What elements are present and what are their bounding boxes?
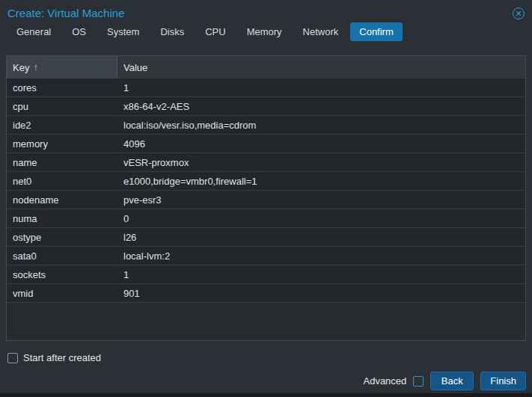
advanced-checkbox[interactable] (413, 376, 424, 387)
row-key: name (7, 153, 117, 171)
finish-button[interactable]: Finish (480, 372, 526, 390)
row-value: 4096 (117, 135, 525, 153)
row-value: pve-esr3 (117, 191, 525, 209)
table-row[interactable]: net0e1000,bridge=vmbr0,firewall=1 (7, 172, 525, 191)
table-row[interactable]: numa0 (7, 209, 525, 228)
table-row[interactable]: namevESR-proxmox (7, 153, 525, 172)
row-key: sockets (7, 265, 117, 283)
tab-memory[interactable]: Memory (238, 22, 291, 41)
close-icon[interactable]: ✕ (513, 7, 525, 19)
row-value: local-lvm:2 (117, 247, 525, 265)
table-row[interactable]: sockets1 (7, 265, 525, 284)
row-value: e1000,bridge=vmbr0,firewall=1 (117, 172, 525, 190)
row-key: numa (7, 209, 117, 227)
table-row[interactable]: ostypel26 (7, 228, 525, 247)
table-row[interactable]: vmid901 (7, 284, 525, 303)
row-key: cpu (7, 97, 117, 115)
tab-network[interactable]: Network (294, 22, 348, 41)
dialog-bottom-edge (0, 393, 532, 397)
row-value: vESR-proxmox (117, 153, 525, 171)
column-header-key[interactable]: Key ↑ (7, 56, 117, 79)
start-after-created-row: Start after created (0, 341, 532, 366)
table-row[interactable]: cores1 (7, 79, 525, 97)
tab-disks[interactable]: Disks (151, 22, 193, 41)
row-key: cores (7, 79, 117, 96)
table-row[interactable]: memory4096 (7, 135, 525, 153)
row-value: 901 (117, 284, 525, 302)
table-row[interactable]: cpux86-64-v2-AES (7, 97, 525, 116)
row-key: ide2 (7, 116, 117, 134)
dialog-title: Create: Virtual Machine (7, 7, 124, 19)
back-button[interactable]: Back (430, 372, 474, 390)
table-row[interactable]: sata0local-lvm:2 (7, 247, 525, 265)
advanced-label: Advanced (363, 375, 406, 387)
row-value: 1 (117, 265, 525, 283)
row-value: x86-64-v2-AES (117, 97, 525, 115)
row-value: 1 (117, 79, 525, 96)
start-after-created-checkbox[interactable] (7, 353, 18, 363)
tab-general[interactable]: General (7, 22, 60, 41)
tab-confirm[interactable]: Confirm (350, 22, 403, 41)
row-key: ostype (7, 228, 117, 246)
row-value: l26 (117, 228, 525, 246)
sort-ascending-icon: ↑ (33, 62, 37, 73)
table-row[interactable]: nodenamepve-esr3 (7, 191, 525, 209)
row-value: local:iso/vesr.iso,media=cdrom (117, 116, 525, 134)
tab-system[interactable]: System (98, 22, 148, 41)
tab-os[interactable]: OS (63, 22, 95, 41)
start-after-created-label: Start after created (23, 352, 101, 363)
row-key: memory (7, 135, 117, 153)
row-key: sata0 (7, 247, 117, 265)
tab-bar: GeneralOSSystemDisksCPUMemoryNetworkConf… (0, 23, 532, 45)
column-header-value[interactable]: Value (117, 56, 525, 79)
row-value: 0 (117, 209, 525, 227)
grid-header: Key ↑ Value (7, 56, 525, 79)
row-key: nodename (7, 191, 117, 209)
dialog-footer: Advanced Back Finish (0, 369, 532, 393)
row-key: net0 (7, 172, 117, 190)
table-body: cores1cpux86-64-v2-AESide2local:iso/vesr… (7, 79, 525, 303)
tab-cpu[interactable]: CPU (196, 22, 234, 41)
confirm-grid: Key ↑ Value cores1cpux86-64-v2-AESide2lo… (6, 55, 526, 341)
key-column-label: Key (13, 62, 29, 73)
row-key: vmid (7, 284, 117, 302)
dialog-header: Create: Virtual Machine ✕ (0, 0, 532, 23)
table-row[interactable]: ide2local:iso/vesr.iso,media=cdrom (7, 116, 525, 135)
value-column-label: Value (123, 62, 147, 73)
